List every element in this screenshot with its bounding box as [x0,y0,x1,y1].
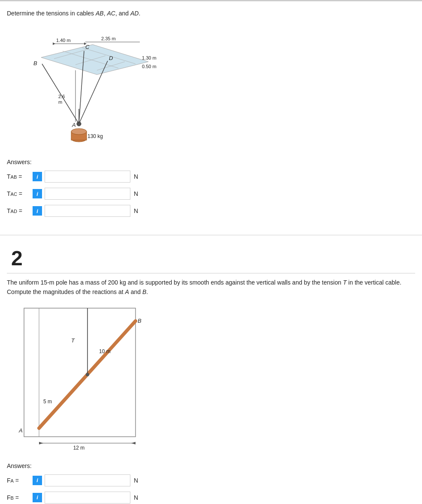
fa-input[interactable] [45,474,130,486]
label-B2: B [138,318,142,324]
tab-label: TAB = [7,173,33,180]
fb-info-button[interactable]: i [33,493,42,502]
problem2-diagram: T 10 m 5 m B A 12 m [11,304,157,454]
svg-marker-24 [131,442,136,444]
fa-info-button[interactable]: i [33,476,42,485]
svg-marker-0 [41,45,148,75]
dim-m: m [58,99,62,105]
dim-5m: 5 m [43,399,52,405]
label-A: A [72,122,76,128]
problem1-title: Determine the tensions in cables AB, AC,… [7,9,415,18]
dim-130: 1.30 m [142,55,157,60]
problem2-section: 2 The uniform 15-m pole has a mass of 20… [0,240,422,504]
fa-unit: N [134,477,138,484]
svg-point-21 [86,373,89,376]
tab-unit: N [134,173,138,180]
svg-rect-17 [24,308,136,437]
tad-label: TAD = [7,207,33,214]
problem2-title: The uniform 15-m pole has a mass of 200 … [7,278,415,297]
label-C: C [85,44,90,50]
tab-input[interactable] [45,171,130,183]
tad-row: TAD = i N [7,205,415,217]
svg-point-13 [71,129,87,135]
problem2-answers-label: Answers: [7,462,415,469]
problem2-svg: T 10 m 5 m B A 12 m [11,304,157,454]
fb-unit: N [134,494,138,501]
dim-235: 2.35 m [101,36,116,41]
fb-label: FB = [7,494,33,501]
problem1-svg: B C D A 130 kg 1.40 m 2.35 m 1.30 m 0.50… [15,23,161,152]
dim-140: 1.40 m [56,38,71,43]
dim-12m: 12 m [73,445,85,451]
label-D: D [109,55,113,61]
mass-label: 130 kg [87,133,103,139]
tab-info-button[interactable]: i [33,172,42,181]
problem1-answers-label: Answers: [7,159,415,165]
svg-marker-23 [39,442,43,444]
tac-info-button[interactable]: i [33,189,42,198]
dim-050: 0.50 m [142,64,157,69]
problem1-diagram: B C D A 130 kg 1.40 m 2.35 m 1.30 m 0.50… [15,23,161,152]
tac-label: TAC = [7,190,33,197]
label-A2: A [18,427,23,434]
tad-input[interactable] [45,205,130,217]
fb-row: FB = i N [7,492,415,504]
tac-row: TAC = i N [7,188,415,200]
label-T: T [71,337,75,344]
tad-info-button[interactable]: i [33,206,42,216]
problem2-number: 2 [11,248,415,269]
tac-input[interactable] [45,188,130,200]
fa-row: FA = i N [7,474,415,486]
tac-unit: N [134,190,138,197]
tad-unit: N [134,207,138,214]
label-B: B [33,60,37,66]
fa-label: FA = [7,477,33,484]
dim-10m: 10 m [99,348,111,354]
tab-row: TAB = i N [7,171,415,183]
dim-26: 2.6 [58,94,65,99]
problem1-section: Determine the tensions in cables AB, AC,… [0,5,422,231]
fb-input[interactable] [45,492,130,504]
